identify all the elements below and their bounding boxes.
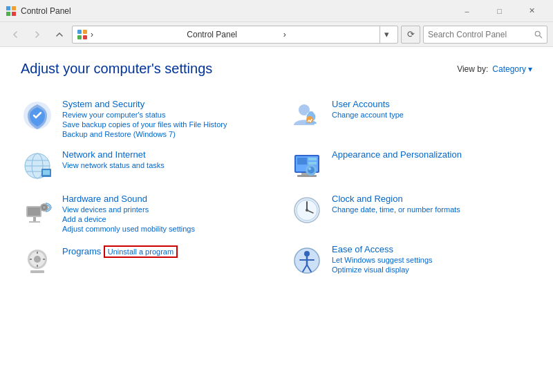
hardware-sound-link-2[interactable]: Adjust commonly used mobility settings (62, 225, 263, 233)
categories-grid: System and Security Review your computer… (21, 93, 532, 283)
svg-rect-26 (308, 158, 317, 160)
system-security-link-0[interactable]: Review your computer's status (62, 111, 263, 119)
svg-point-47 (34, 256, 41, 263)
user-accounts-title[interactable]: User Accounts (332, 99, 390, 109)
category-network-internet: Network and Internet View network status… (21, 144, 263, 188)
title-bar-controls: – □ ✕ (451, 0, 547, 22)
svg-rect-0 (6, 6, 10, 10)
svg-rect-25 (297, 158, 307, 165)
clock-region-content: Clock and Region Change date, time, or n… (332, 194, 532, 214)
svg-point-44 (306, 209, 308, 212)
category-system-security: System and Security Review your computer… (21, 93, 263, 144)
ease-of-access-title[interactable]: Ease of Access (332, 244, 393, 254)
close-button[interactable]: ✕ (516, 0, 547, 22)
appearance-personalization-icon (290, 149, 324, 183)
svg-rect-3 (12, 12, 16, 16)
svg-point-37 (43, 206, 46, 209)
address-bar[interactable]: › Control Panel › ▾ (72, 26, 398, 44)
user-accounts-content: User Accounts Change account type (332, 99, 532, 119)
svg-point-14 (306, 116, 313, 123)
hardware-sound-link-1[interactable]: Add a device (62, 215, 263, 223)
clock-region-title[interactable]: Clock and Region (332, 194, 403, 204)
hardware-sound-content: Hardware and Sound View devices and prin… (62, 194, 263, 233)
up-button[interactable] (50, 25, 69, 44)
hardware-sound-link-0[interactable]: View devices and printers (62, 205, 263, 214)
chevron-down-icon: ▾ (528, 64, 532, 74)
ease-of-access-link-0[interactable]: Let Windows suggest settings (332, 256, 532, 264)
network-internet-title[interactable]: Network and Internet (62, 149, 146, 160)
category-appearance-personalization: Appearance and Personalization (290, 144, 532, 188)
system-security-icon (21, 99, 54, 132)
view-by-dropdown[interactable]: Category ▾ (492, 64, 532, 74)
programs-link-0[interactable]: Uninstall a program (104, 245, 178, 258)
view-by-value: Category (492, 64, 526, 74)
svg-rect-2 (6, 12, 10, 16)
address-dropdown-button[interactable]: ▾ (379, 26, 393, 44)
user-accounts-link-0[interactable]: Change account type (332, 111, 532, 119)
svg-rect-1 (12, 6, 16, 10)
svg-rect-34 (28, 207, 40, 216)
svg-line-9 (539, 35, 542, 38)
category-user-accounts: User Accounts Change account type (290, 93, 532, 144)
address-separator: › (91, 30, 184, 39)
refresh-button[interactable]: ⟳ (401, 26, 420, 44)
address-path: Control Panel (187, 30, 280, 39)
ease-of-access-icon (290, 244, 324, 277)
maximize-button[interactable]: □ (484, 0, 515, 22)
svg-rect-5 (83, 30, 87, 34)
search-input[interactable] (428, 30, 532, 39)
title-bar-title: Control Panel (21, 6, 451, 16)
nav-bar: › Control Panel › ▾ ⟳ (0, 22, 553, 47)
programs-title[interactable]: Programs (62, 246, 101, 256)
hardware-sound-title[interactable]: Hardware and Sound (62, 194, 147, 204)
svg-point-8 (535, 31, 540, 36)
hardware-sound-icon (21, 194, 54, 227)
category-programs: Programs Uninstall a program (21, 239, 263, 283)
svg-rect-6 (77, 35, 82, 39)
programs-icon (21, 244, 54, 277)
page-title: Adjust your computer's settings (21, 61, 212, 77)
search-icon (534, 30, 543, 39)
search-bar[interactable] (423, 26, 547, 44)
view-by-label: View by: (457, 64, 488, 74)
main-content: Adjust your computer's settings View by:… (0, 47, 553, 392)
svg-rect-27 (308, 162, 317, 165)
ease-of-access-content: Ease of Access Let Windows suggest setti… (332, 244, 532, 274)
svg-point-32 (308, 167, 311, 170)
svg-rect-21 (43, 170, 50, 175)
system-security-title[interactable]: System and Security (62, 99, 144, 109)
appearance-personalization-content: Appearance and Personalization (332, 149, 532, 160)
back-button[interactable] (6, 25, 25, 44)
category-ease-of-access: Ease of Access Let Windows suggest setti… (290, 239, 532, 283)
system-security-link-1[interactable]: Save backup copies of your files with Fi… (62, 120, 263, 129)
network-internet-icon (21, 149, 54, 183)
svg-point-31 (308, 167, 315, 174)
title-bar: Control Panel – □ ✕ (0, 0, 553, 22)
network-internet-content: Network and Internet View network status… (62, 149, 263, 169)
programs-content: Programs Uninstall a program (62, 244, 263, 258)
clock-region-icon (290, 194, 324, 227)
address-separator2: › (283, 30, 377, 39)
clock-region-link-0[interactable]: Change date, time, or number formats (332, 205, 532, 214)
system-security-link-2[interactable]: Backup and Restore (Windows 7) (62, 130, 263, 138)
svg-rect-48 (30, 270, 44, 273)
svg-rect-7 (83, 35, 87, 39)
category-hardware-sound: Hardware and Sound View devices and prin… (21, 188, 263, 239)
title-bar-icon (6, 6, 17, 17)
svg-rect-39 (29, 221, 40, 223)
page-header: Adjust your computer's settings View by:… (21, 61, 532, 77)
svg-rect-4 (77, 30, 82, 34)
view-by-control: View by: Category ▾ (457, 64, 532, 74)
ease-of-access-link-1[interactable]: Optimize visual display (332, 265, 532, 274)
svg-rect-38 (33, 217, 36, 221)
forward-button[interactable] (28, 25, 47, 44)
category-clock-region: Clock and Region Change date, time, or n… (290, 188, 532, 239)
appearance-personalization-title[interactable]: Appearance and Personalization (332, 149, 462, 160)
svg-rect-22 (45, 175, 48, 176)
network-internet-link-0[interactable]: View network status and tasks (62, 161, 263, 169)
minimize-button[interactable]: – (451, 0, 482, 22)
user-accounts-icon (290, 99, 324, 132)
address-folder-icon (77, 29, 88, 40)
svg-rect-29 (297, 175, 317, 177)
system-security-content: System and Security Review your computer… (62, 99, 263, 138)
